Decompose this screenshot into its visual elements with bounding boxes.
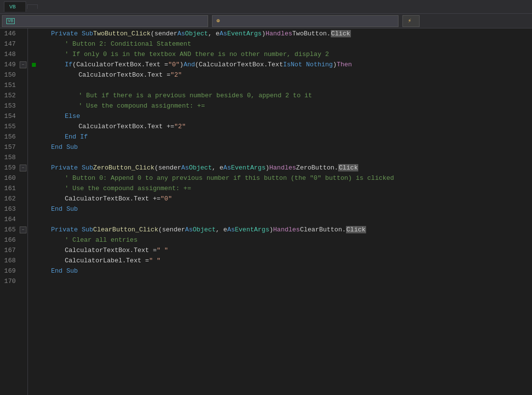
line-number: 149 [0,59,20,70]
line-number-row: 154 [0,111,27,121]
token-plain: ( [151,30,155,37]
token-handles: Handles [269,164,296,171]
method-dropdown[interactable]: ⊕ [212,15,399,27]
code-line: CalculatorTextBox.Text = "2" [28,70,532,80]
token-kw: IsNot Nothing [283,61,333,68]
code-line: Else [28,111,532,121]
line-number-row: 160 [0,173,27,183]
token-highlight: Click [346,226,366,233]
token-kw: Private Sub [51,226,93,233]
no-breakpoint [32,32,36,36]
line-number: 160 [0,173,20,183]
code-line: ' Button 2: Conditional Statement [28,39,532,49]
no-breakpoint [32,259,36,263]
line-number: 169 [0,266,20,276]
code-line: ' Clear all entries [28,235,532,245]
no-collapse-placeholder [20,247,27,254]
token-kw: As [177,30,185,37]
token-kw: And [184,61,195,68]
token-fn: TwoButton_Click [93,30,151,37]
line-numbers-gutter: 146147148149−150151152153154155156157158… [0,28,28,395]
token-cmt: ' Use the compound assignment: += [65,185,191,192]
line-number-row: 146 [0,28,27,39]
token-plain: ClearButton. [300,226,346,233]
line-number: 150 [0,70,20,80]
action-button[interactable]: ⚡ [402,15,420,27]
tab-form1-vb[interactable]: VB [4,1,26,12]
tab-form1-design[interactable] [27,4,38,9]
no-collapse-placeholder [20,237,27,244]
token-plain: CalculatorTextBox.Text = [79,71,170,79]
line-number: 148 [0,49,20,59]
token-str: "2" [170,71,182,79]
no-breakpoint [32,104,36,108]
no-collapse-placeholder [20,175,27,182]
no-breakpoint [32,280,36,283]
token-plain: CalculatorLabel.Text = [65,257,149,264]
code-line [28,80,532,90]
line-number-row: 149− [0,59,27,70]
token-plain: (CalculatorTextBox.Text [195,61,283,68]
line-number-row: 147 [0,39,27,49]
no-breakpoint [32,187,36,191]
token-cmt: ' Button 2: Conditional Statement [65,40,191,48]
line-number-row: 165− [0,225,27,235]
line-number: 168 [0,255,20,266]
code-line: ' But if there is a previous number besi… [28,90,532,101]
breakpoint-indicator [32,63,36,67]
no-breakpoint [32,249,36,253]
no-breakpoint [32,135,36,139]
token-kw: As [181,164,189,171]
token-cls: Object [189,164,212,171]
line-number: 167 [0,245,20,255]
line-number: 157 [0,142,20,152]
line-number-row: 150 [0,70,27,80]
line-number-row: 168 [0,255,27,266]
vb-file-icon: VB [9,4,16,10]
collapse-button[interactable]: − [20,226,27,233]
token-cmt: ' Clear all entries [65,236,137,244]
code-line: If (CalculatorTextBox.Text = "0") And (C… [28,59,532,70]
collapse-button[interactable]: − [20,165,27,171]
line-number: 152 [0,90,20,101]
line-number-row: 157 [0,142,27,152]
no-breakpoint [32,84,36,87]
code-line: Private Sub ZeroButton_Click(sender As O… [28,163,532,173]
token-plain: TwoButton. [293,30,331,37]
token-cls: Object [185,30,208,37]
collapse-button[interactable]: − [20,61,27,68]
token-plain: CalculatorTextBox.Text = [65,247,157,254]
token-fn: ClearButton_Click [93,226,159,233]
token-plain: CalculatorTextBox.Text += [79,123,174,130]
token-plain: , e [212,164,223,171]
lightning-icon: ⚡ [408,17,411,25]
code-line: End If [28,132,532,142]
line-number-row: 152 [0,90,27,101]
code-editor: 146147148149−150151152153154155156157158… [0,28,532,395]
code-line: CalculatorTextBox.Text = " " [28,245,532,255]
no-breakpoint [32,207,36,211]
token-kw: Private Sub [51,164,93,171]
no-collapse-placeholder [20,51,27,58]
code-content[interactable]: Private Sub TwoButton_Click(sender As Ob… [28,28,532,395]
no-collapse-placeholder [20,268,27,275]
code-line: ' If only 0 is in the textbox AND there … [28,49,532,59]
no-collapse-placeholder [20,196,27,202]
code-line: ' Use the compound assignment: += [28,101,532,111]
no-collapse-placeholder [20,30,27,37]
line-number: 163 [0,204,20,214]
token-str: " " [149,257,160,264]
line-number: 159 [0,163,20,173]
token-cmt: ' Use the compound assignment: += [79,102,205,110]
class-dropdown[interactable]: VB [2,15,208,27]
code-line: End Sub [28,266,532,276]
line-number: 162 [0,194,20,204]
line-number: 153 [0,101,20,111]
code-line: ' Use the compound assignment: += [28,183,532,194]
code-line [28,214,532,225]
line-number-row: 166 [0,235,27,245]
token-kw: As [185,226,193,233]
token-cmt: ' Button 0: Append 0 to any previous num… [65,174,394,182]
token-handles: Handles [266,30,293,37]
line-number: 156 [0,132,20,142]
